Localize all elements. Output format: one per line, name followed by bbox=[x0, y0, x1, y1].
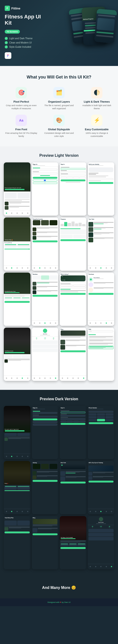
dark-phone-2: Sign In bbox=[32, 406, 59, 459]
customizable-name: Easy Customizable bbox=[85, 128, 109, 131]
footer-text: Designed with bbox=[48, 601, 59, 603]
feature-styleguide: 🎨 Global Styleguide Consistent design wi… bbox=[42, 115, 76, 138]
light-phone-10: Nutrition bbox=[32, 272, 59, 326]
light-phone-15: Blog bbox=[60, 328, 86, 381]
features-title: What you Will Get in this UI Kit? bbox=[5, 74, 113, 80]
preview-dark-section: Preview Dark Version the room's spot is … bbox=[0, 390, 118, 578]
light-phone-6: PowerFul Crusher bbox=[32, 218, 59, 271]
feature-free-font: Aa Free Font Free amazing font SF Pro Di… bbox=[5, 115, 38, 138]
figma-badge: F bbox=[5, 52, 11, 59]
dark-phone-7: New York bbox=[60, 461, 86, 514]
preview-light-title: Preview Light Version bbox=[4, 154, 114, 158]
feature-themes: 🌓 Light & Dark Themes Available in both … bbox=[80, 87, 113, 110]
themes-name: Light & Dark Themes bbox=[84, 100, 110, 103]
features-section: What you Will Get in this UI Kit? 🎯 Pixe… bbox=[0, 66, 118, 146]
organized-layers-name: Organized Layers bbox=[48, 100, 70, 103]
light-phone-12: Purchase Anna Sullivan bbox=[88, 272, 115, 326]
pixel-perfect-icon: 🎯 bbox=[15, 87, 27, 98]
feature-organized-layers: 🗂️ Organized Layers The file is named, g… bbox=[42, 87, 76, 110]
organized-layers-desc: The file is named, grouped and well orga… bbox=[42, 104, 76, 110]
light-phone-14: John Doe 45 kg 172 cm 28 bbox=[32, 328, 59, 381]
phone-back-right bbox=[94, 9, 117, 44]
light-phones-row-1: Fitness program that gets real result bbox=[4, 162, 114, 216]
feature-pixel-perfect: 🎯 Pixel Perfect Crisp and modern using a… bbox=[5, 87, 38, 110]
free-font-desc: Free amazing font SF Pro Display family bbox=[5, 132, 38, 138]
styleguide-icon: 🎨 bbox=[53, 115, 65, 126]
dark-phone-12: Dark Profile 45 kg 172 cm bbox=[88, 516, 115, 569]
light-phone-1: Fitness program that gets real result bbox=[4, 162, 30, 216]
figma-icon: F bbox=[7, 54, 9, 58]
footer-section: Designed with ♥ by Own UI bbox=[0, 598, 118, 606]
light-phones-row-4: Total Body Crusher bbox=[4, 328, 114, 381]
dark-phones-row-2: Boxing 🥊 bbox=[4, 461, 114, 514]
themes-desc: Available in both light and dark theme bbox=[80, 104, 113, 110]
preview-dark-title: Preview Dark Version bbox=[4, 397, 114, 401]
light-phone-8: Your Task bbox=[88, 218, 115, 271]
check-icon-2: ✓ bbox=[5, 41, 8, 44]
themes-icon: 🌓 bbox=[91, 87, 103, 98]
dark-phone-1: the room's spot is 1 gym street bbox=[4, 406, 30, 459]
pixel-perfect-desc: Crisp and modern using an even multiple … bbox=[5, 104, 38, 110]
features-grid: 🎯 Pixel Perfect Crisp and modern using a… bbox=[5, 87, 113, 138]
preview-light-section: Preview Light Version Fitness program th… bbox=[0, 146, 118, 390]
light-phone-13: Total Body Crusher bbox=[4, 328, 30, 381]
more-section: And Many More 😊 bbox=[0, 578, 118, 598]
dark-phone-8: Hill's City Gym & Training bbox=[88, 461, 115, 514]
styleguide-name: Global Styleguide bbox=[48, 128, 70, 131]
dark-phone-4: Phone Number bbox=[88, 406, 115, 459]
organized-layers-icon: 🗂️ bbox=[53, 87, 65, 98]
heart-icon: ♥ bbox=[60, 601, 62, 603]
feature-customizable: ⚡ Easy Customizable 100% easy to change … bbox=[80, 115, 113, 138]
customizable-desc: 100% easy to change & customizable bbox=[80, 132, 113, 138]
dark-phone-5: Boxing 🥊 bbox=[4, 461, 30, 514]
customizable-icon: ⚡ bbox=[91, 115, 103, 126]
light-phone-9: Dumbbell Russian Twist bbox=[4, 272, 30, 326]
free-font-name: Free Font bbox=[15, 128, 27, 131]
dark-phone-9: Total Body Plan bbox=[4, 516, 30, 569]
dark-phone-3: Sign In bbox=[60, 406, 86, 459]
screen-count-badge: 70 Screens bbox=[5, 30, 20, 34]
check-icon-3: ✓ bbox=[5, 46, 8, 48]
light-phone-16: FAQ Search bbox=[88, 328, 115, 381]
light-phone-11: Who's Going ? VISA •••• •••• 4521 bbox=[60, 272, 86, 326]
hero-phone-mockups: Workout Progress bbox=[52, 2, 118, 50]
light-phone-3: Sign In bbox=[60, 162, 86, 216]
footer-by: by Own UI bbox=[62, 601, 70, 603]
styleguide-desc: Consistent design with text and color st… bbox=[42, 132, 76, 138]
check-icon-1: ✓ bbox=[5, 37, 8, 40]
dark-phones-row-1: the room's spot is 1 gym street bbox=[4, 406, 114, 459]
logo-text: Fitline bbox=[11, 6, 20, 10]
light-phone-2: Sign In bbox=[32, 162, 59, 216]
free-font-icon: Aa bbox=[15, 115, 27, 126]
dark-phone-6: Among bbox=[32, 461, 59, 514]
light-phones-row-2: Training Today 🔥 Running Weekly bbox=[4, 218, 114, 271]
hero-title: Fitness App UI Kit bbox=[5, 14, 42, 26]
dark-phone-11: The Shape of the Dumbbell bbox=[60, 516, 86, 569]
light-phone-7: Progress bbox=[60, 218, 86, 271]
dark-phones-row-3: Total Body Plan bbox=[4, 516, 114, 569]
dark-phone-10: Blog bbox=[32, 516, 59, 569]
more-emoji: 😊 bbox=[71, 586, 76, 590]
light-phone-5: Training Today 🔥 Running Weekly bbox=[4, 218, 30, 271]
light-phone-4: Verify your identity bbox=[88, 162, 115, 216]
light-phones-row-3: Dumbbell Russian Twist bbox=[4, 272, 114, 326]
logo-icon: F bbox=[5, 6, 10, 11]
more-text: And Many More 😊 bbox=[5, 585, 113, 590]
pixel-perfect-name: Pixel Perfect bbox=[13, 100, 29, 103]
hero-section: F Fitline Fitness App UI Kit 70 Screens … bbox=[0, 0, 118, 66]
